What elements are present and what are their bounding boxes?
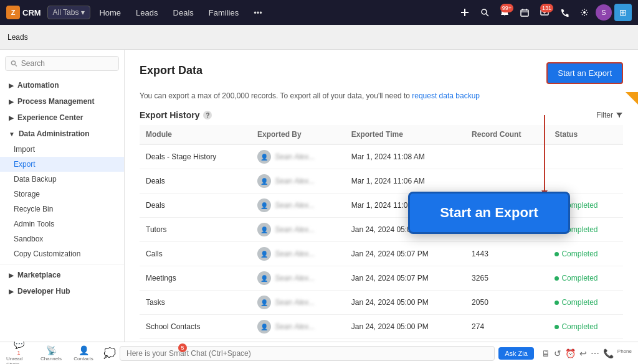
sidebar-subitem-data-backup[interactable]: Data Backup xyxy=(0,172,124,187)
nav-leads[interactable]: Leads xyxy=(130,6,164,20)
user-name: Sean Alex... xyxy=(275,225,315,234)
nav-deals[interactable]: Deals xyxy=(167,6,200,20)
col-exported-time: Exported Time xyxy=(345,125,465,144)
sidebar-subitem-recycle-bin[interactable]: Recycle Bin xyxy=(0,202,124,217)
sidebar-label-data-admin: Data Administration xyxy=(19,129,90,138)
status-dot xyxy=(555,252,559,256)
cell-exported-by: 👤 Sean Alex... xyxy=(251,144,345,169)
mail-icon-btn[interactable]: 131 xyxy=(536,4,553,21)
cell-status xyxy=(548,144,623,169)
bottom-tab-contacts[interactable]: 👤 Contacts xyxy=(71,345,96,362)
chevron-down-icon: ▾ xyxy=(81,8,85,17)
bottom-tab-channels[interactable]: 📡 Channels xyxy=(39,345,64,362)
cell-exported-time: Jan 24, 2024 05:07 PM xyxy=(345,242,465,266)
page-title: Export Data xyxy=(140,64,202,77)
filter-button[interactable]: Filter xyxy=(596,111,623,119)
table-row: Deals - Stage History 👤 Sean Alex... Mar… xyxy=(140,144,623,169)
chevron-right-icon: ▶ xyxy=(9,98,14,105)
export-callout-box[interactable]: Start an Export xyxy=(408,192,570,234)
cell-module: Tasks xyxy=(140,291,251,315)
sidebar-item-developer-hub[interactable]: ▶ Developer Hub xyxy=(0,283,124,299)
smart-chat-badge: 5 xyxy=(178,343,187,352)
user-name: Sean Alex... xyxy=(275,322,315,331)
bottom-tab-unread-chats[interactable]: 💬 1 Unread Chats xyxy=(6,339,31,364)
cell-exported-by: 👤 Sean Alex... xyxy=(251,315,345,339)
grid-icon-btn[interactable]: ⊞ xyxy=(614,4,632,21)
sidebar-item-data-administration[interactable]: ▼ Data Administration xyxy=(0,126,124,142)
filter-icon xyxy=(616,111,623,119)
phone-bottom-icon[interactable]: 📞 xyxy=(603,348,614,358)
monitor-icon[interactable]: 🖥 xyxy=(541,348,550,358)
sidebar-item-experience-center[interactable]: ▶ Experience Center xyxy=(0,110,124,126)
dots-icon[interactable]: ⋯ xyxy=(591,348,599,358)
clock-icon[interactable]: ⏰ xyxy=(565,348,576,358)
mail-badge: 131 xyxy=(540,4,553,12)
help-triangle[interactable] xyxy=(626,92,638,105)
sidebar-search[interactable] xyxy=(5,56,119,71)
search-icon-btn[interactable] xyxy=(476,4,493,21)
col-status: Status xyxy=(548,125,623,144)
nav-families[interactable]: Families xyxy=(202,6,245,20)
search-input[interactable] xyxy=(21,59,113,68)
sidebar-item-automation[interactable]: ▶ Automation xyxy=(0,77,124,93)
sidebar-subitem-sandbox[interactable]: Sandbox xyxy=(0,231,124,246)
nav-home[interactable]: Home xyxy=(93,6,127,20)
refresh-icon[interactable]: ↺ xyxy=(554,348,561,358)
sidebar-subitem-import[interactable]: Import xyxy=(0,142,124,157)
table-row: Tasks 👤 Sean Alex... Jan 24, 2024 05:00 … xyxy=(140,291,623,315)
contacts-icon: 👤 xyxy=(79,345,89,355)
table-row: School Contacts 👤 Sean Alex... Jan 24, 2… xyxy=(140,315,623,339)
cell-module: Calls xyxy=(140,242,251,266)
svg-point-10 xyxy=(11,61,15,65)
sidebar-label-developer-hub: Developer Hub xyxy=(17,287,70,296)
phone-icon-btn[interactable] xyxy=(556,4,573,21)
sidebar-subitem-copy-customization[interactable]: Copy Customization xyxy=(0,246,124,261)
cell-exported-time: Jan 24, 2024 05:00 PM xyxy=(345,315,465,339)
user-name: Sean Alex... xyxy=(275,274,315,282)
nav-more[interactable]: ••• xyxy=(247,6,269,20)
cell-exported-by: 👤 Sean Alex... xyxy=(251,291,345,315)
status-dot xyxy=(555,301,559,305)
sidebar-item-process-management[interactable]: ▶ Process Management xyxy=(0,93,124,110)
top-navigation: Z CRM All Tabs ▾ Home Leads Deals Famili… xyxy=(0,0,638,25)
breadcrumb-leads[interactable]: Leads xyxy=(7,33,28,42)
sidebar-subitem-export[interactable]: Export xyxy=(0,157,124,172)
ask-zia-button[interactable]: Ask Zia xyxy=(498,347,534,360)
settings-icon-btn[interactable] xyxy=(576,4,593,21)
sidebar-item-marketplace[interactable]: ▶ Marketplace xyxy=(0,267,124,283)
start-export-button[interactable]: Start an Export xyxy=(546,62,623,84)
user-avatar: 👤 xyxy=(257,320,271,334)
chevron-right-icon: ▶ xyxy=(9,82,14,89)
cell-record-count: 274 xyxy=(465,315,548,339)
sidebar-subitem-storage[interactable]: Storage xyxy=(0,187,124,202)
svg-rect-4 xyxy=(521,10,528,16)
cell-exported-time: Jan 24, 2024 05:07 PM xyxy=(345,266,465,291)
user-avatar: 👤 xyxy=(257,174,271,188)
col-record-count: Record Count xyxy=(465,125,548,144)
svg-point-9 xyxy=(583,11,586,14)
user-avatar: 👤 xyxy=(257,271,271,285)
user-name: Sean Alex... xyxy=(275,250,315,258)
cell-status xyxy=(548,169,623,194)
sidebar-subitem-admin-tools[interactable]: Admin Tools xyxy=(0,217,124,231)
table-row: Calls 👤 Sean Alex... Jan 24, 2024 05:07 … xyxy=(140,242,623,266)
user-name: Sean Alex... xyxy=(275,177,315,185)
app-logo[interactable]: Z CRM xyxy=(6,6,41,19)
cell-exported-time: Mar 1, 2024 11:08 AM xyxy=(345,144,465,169)
add-button[interactable] xyxy=(456,4,474,21)
chevron-down-icon: ▼ xyxy=(9,131,15,138)
notifications-icon-btn[interactable]: 99+ xyxy=(496,4,513,21)
export-history-title: Export History ? xyxy=(140,110,212,120)
all-tabs-dropdown[interactable]: All Tabs ▾ xyxy=(47,6,91,19)
app-name: CRM xyxy=(22,8,41,17)
cell-status: Completed xyxy=(548,242,623,266)
smart-chat-input[interactable] xyxy=(120,346,495,361)
calendar-icon-btn[interactable] xyxy=(516,4,533,21)
chat-bubble-icon: 💭 xyxy=(103,347,116,359)
sidebar: ▶ Automation ▶ Process Management ▶ Expe… xyxy=(0,50,125,342)
reply-icon[interactable]: ↩ xyxy=(579,348,587,358)
user-avatar[interactable]: S xyxy=(596,4,612,21)
request-data-backup-link[interactable]: request data backup xyxy=(412,91,480,100)
sidebar-label-marketplace: Marketplace xyxy=(17,271,60,279)
cell-exported-by: 👤 Sean Alex... xyxy=(251,169,345,194)
